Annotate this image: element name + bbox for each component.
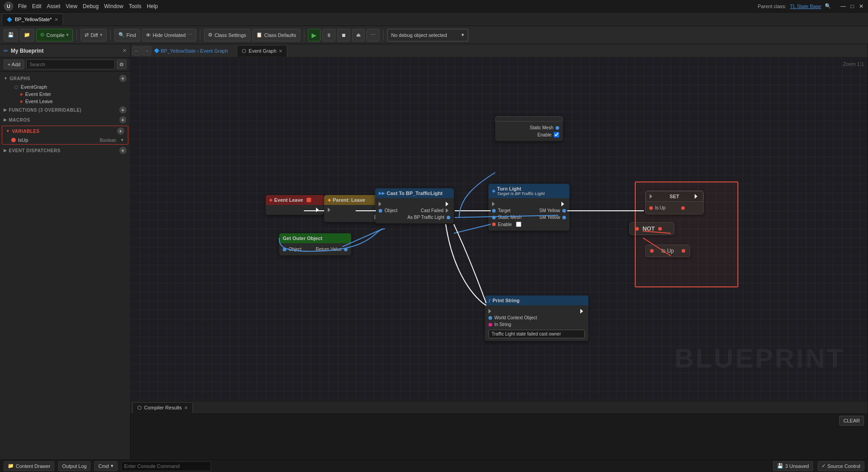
cast-failed-label: Cast Failed (420, 208, 443, 213)
event-graph-tab[interactable]: ⬡ Event Graph ✕ (237, 45, 287, 57)
macros-add-button[interactable]: + (119, 116, 127, 123)
parent-leave-node[interactable]: ◆ Parent: Leave (324, 195, 383, 222)
variables-section-header[interactable]: ▼ VARIABLES + (2, 126, 128, 136)
clear-button[interactable]: CLEAR (839, 416, 864, 426)
cast-exec-in (379, 202, 383, 206)
browse-button[interactable]: 📁 (20, 29, 34, 41)
graph-tab-close[interactable]: ✕ (279, 49, 282, 54)
bp-content: ▼ GRAPHS + ⬡ EventGraph ◆ Event Enter ◆ … (0, 72, 130, 459)
event-leave-item[interactable]: ◆ Event Leave (0, 98, 130, 105)
graph-tab[interactable]: ⬡ Event Graph ✕ (237, 45, 287, 57)
add-button[interactable]: + Add (4, 59, 24, 69)
event-dispatchers-section-header[interactable]: ▶ EVENT DISPATCHERS + (0, 145, 130, 155)
isup-var-type: Boolean (99, 138, 116, 143)
cast-node[interactable]: ▶▶ Cast To BP_TrafficLight Object (375, 188, 454, 223)
breadcrumb-bp[interactable]: 🔷 BP_YellowState › Event Graph (154, 48, 228, 54)
panel-title: My Blueprint (11, 48, 120, 54)
stop-button[interactable]: ⏹ (337, 29, 350, 41)
set-body: Is Up (646, 202, 703, 214)
set-node[interactable]: SET Is Up (645, 191, 704, 214)
parent-leave-in-exec (328, 207, 379, 213)
find-button[interactable]: 🔍 Find (114, 29, 140, 41)
unsaved-button[interactable]: 💾 3 Unsaved (773, 461, 813, 471)
nav-back-button[interactable]: ← (132, 46, 141, 55)
cmd-button[interactable]: Cmd ▾ (94, 461, 117, 471)
output-log-button[interactable]: Output Log (58, 461, 90, 471)
maximize-button[interactable]: □ (849, 3, 855, 9)
hide-unrelated-button[interactable]: 👁 Hide Unrelated ⋯ (142, 29, 196, 41)
graphs-section-header[interactable]: ▼ GRAPHS + (0, 73, 130, 83)
print-string-node[interactable]: ƒ Print String World Context Object (485, 295, 588, 341)
turn-light-node[interactable]: ◆ Turn Light Target is BP Traffic Light (488, 184, 570, 231)
settings-button[interactable]: ⚙ (117, 59, 127, 69)
ps-string-label: In String (494, 322, 511, 327)
content-drawer-label: Content Drawer (16, 463, 50, 469)
debug-object-select[interactable]: No debug object selected ▾ (387, 29, 468, 41)
variables-arrow: ▼ (6, 129, 10, 133)
tl-enable-checkbox[interactable] (516, 222, 521, 227)
menu-window[interactable]: Window (104, 3, 123, 9)
functions-section-header[interactable]: ▶ FUNCTIONS (3 OVERRIDABLE) + (0, 105, 130, 115)
tab-close-button[interactable]: ✕ (54, 17, 58, 22)
go-return-dot (344, 248, 348, 251)
search-input[interactable] (26, 59, 115, 69)
diff-icon: ⇄ (85, 32, 89, 38)
get-outer-node[interactable]: Get Outer Object Object Return Value (279, 233, 351, 255)
print-out-exec (580, 308, 585, 314)
minimize-button[interactable]: — (840, 3, 846, 9)
cast-title: Cast To BP_TrafficLight (387, 191, 443, 196)
event-enter-item[interactable]: ◆ Event Enter (0, 91, 130, 98)
menu-debug[interactable]: Debug (83, 3, 99, 9)
isup-variable-item[interactable]: IsUp Boolean ▼ (2, 136, 128, 144)
diff-button[interactable]: ⇄ Diff ▾ (81, 29, 106, 41)
console-input[interactable] (121, 461, 211, 471)
object-label: Object (384, 208, 398, 213)
variables-add-button[interactable]: + (117, 127, 124, 135)
menu-view[interactable]: View (66, 3, 77, 9)
search-icon[interactable]: 🔍 (825, 3, 831, 9)
parent-class-label: Parent class: (758, 4, 787, 9)
event-graph-icon: ⬡ (14, 85, 18, 90)
dispatchers-add-button[interactable]: + (119, 147, 127, 154)
graph-tab-label: Event Graph (249, 48, 276, 54)
compiler-tab-label: Compiler Results (144, 405, 182, 410)
macros-section-header[interactable]: ▶ MACROS + (0, 115, 130, 125)
menu-tools[interactable]: Tools (129, 3, 141, 9)
sep-5 (383, 30, 384, 41)
menu-edit[interactable]: Edit (32, 3, 41, 9)
more-button[interactable]: ⋯ (366, 29, 380, 41)
menu-asset[interactable]: Asset (47, 3, 60, 9)
titlebar-right: Parent class: TL State Base 🔍 — □ ✕ (758, 3, 864, 9)
source-control-button[interactable]: ✓ Source Control (818, 461, 864, 471)
nav-forward-button[interactable]: → (142, 46, 151, 55)
bp-tab[interactable]: 🔷 BP_YellowState* ✕ (2, 14, 63, 25)
eject-button[interactable]: ⏏ (352, 29, 365, 41)
turn-light-enable-pin: Enable (492, 221, 521, 228)
content-drawer-button[interactable]: 📁 Content Drawer (4, 461, 54, 471)
event-graph-item[interactable]: ⬡ EventGraph (0, 83, 130, 91)
play-button[interactable]: ▶ (308, 29, 321, 41)
not-node[interactable]: NOT (629, 222, 674, 235)
pause-button[interactable]: ⏸ (322, 29, 335, 41)
close-button[interactable]: ✕ (858, 3, 864, 9)
graphs-add-button[interactable]: + (119, 75, 127, 82)
turn-light-icon: ◆ (492, 189, 495, 193)
compiler-results-tab[interactable]: ⬡ Compiler Results ✕ (132, 402, 193, 413)
panel-close-button[interactable]: ✕ (122, 48, 127, 54)
compile-button[interactable]: ⚙ Compile ▾ (36, 29, 73, 41)
static-mesh-node[interactable]: Static Mesh Enable (495, 116, 563, 141)
save-button[interactable]: 💾 (4, 29, 18, 41)
class-settings-button[interactable]: ⚙ Class Settings (204, 29, 250, 41)
titlebar-left: U File Edit Asset View Debug Window Tool… (4, 1, 158, 11)
tl-sm-yellow-dot (562, 209, 566, 213)
menu-file[interactable]: File (18, 3, 27, 9)
class-defaults-button[interactable]: 📋 Class Defaults (252, 29, 300, 41)
menu-help[interactable]: Help (147, 3, 158, 9)
event-leave-node[interactable]: ◆ Event Leave (266, 195, 324, 215)
is-up-node[interactable]: Is Up (645, 245, 690, 257)
graph-canvas[interactable]: Zoom 1:1 BLUEPRINT (131, 58, 868, 401)
compiler-tab-close[interactable]: ✕ (184, 405, 188, 410)
tl-enable-label: Enable (498, 222, 512, 227)
enable-checkbox[interactable] (554, 132, 559, 137)
functions-add-button[interactable]: + (119, 106, 127, 113)
